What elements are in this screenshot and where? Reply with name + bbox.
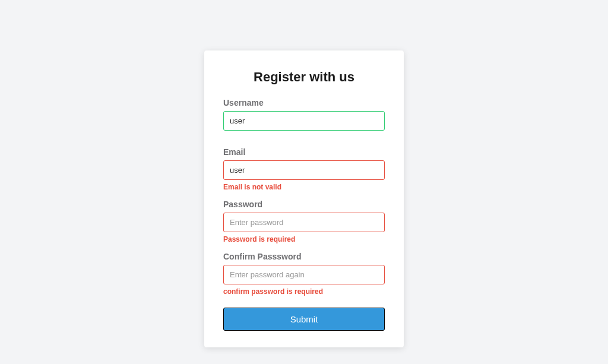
confirm-password-label: Confirm Passsword <box>223 252 385 261</box>
username-input[interactable] <box>223 111 385 131</box>
form-title: Register with us <box>223 69 385 85</box>
email-input[interactable] <box>223 160 385 180</box>
email-label: Email <box>223 147 385 157</box>
register-card: Register with us Username Email Email is… <box>204 50 404 347</box>
password-input[interactable] <box>223 213 385 232</box>
password-group: Password Password is required <box>223 200 385 243</box>
email-group: Email Email is not valid <box>223 147 385 191</box>
confirm-password-error: confirm password is required <box>223 287 385 296</box>
password-error: Password is required <box>223 235 385 243</box>
password-label: Password <box>223 200 385 209</box>
email-error: Email is not valid <box>223 183 385 191</box>
username-label: Username <box>223 98 385 107</box>
confirm-password-group: Confirm Passsword confirm password is re… <box>223 252 385 296</box>
submit-button[interactable]: Submit <box>223 308 385 331</box>
confirm-password-input[interactable] <box>223 265 385 284</box>
username-group: Username <box>223 98 385 131</box>
